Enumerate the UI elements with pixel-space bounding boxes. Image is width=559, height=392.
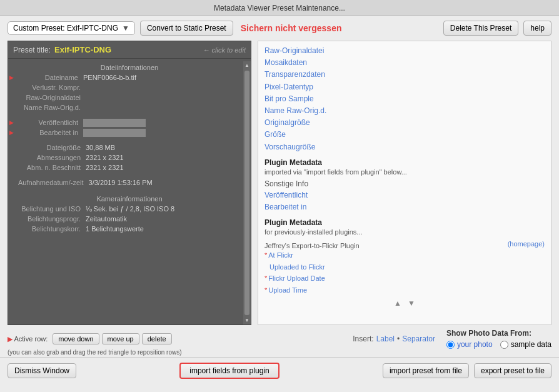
table-row[interactable]: ▶ Veröffentlicht xyxy=(8,118,251,128)
import-preset-file-button[interactable]: import preset from file xyxy=(383,363,469,378)
convert-to-static-button[interactable]: Convert to Static Preset xyxy=(140,21,233,36)
show-photo-section: Show Photo Data From: your photo sample … xyxy=(446,329,551,349)
preset-title-label: Preset title: xyxy=(13,46,51,54)
preset-select-container[interactable]: Custom Preset: Exif-IPTC-DNG ▼ xyxy=(8,21,135,35)
plugin-metadata-2-title: Plugin Metadata xyxy=(264,218,545,227)
dismiss-window-button[interactable]: Dismiss Window xyxy=(8,363,76,378)
table-row[interactable]: Verlustr. Kompr. xyxy=(8,83,251,93)
insert-separator-link[interactable]: Separator xyxy=(402,334,435,343)
insert-label: Insert: xyxy=(353,334,373,343)
field-link-transparenz[interactable]: Transparenzdaten xyxy=(264,69,545,81)
insert-section: Insert: Label • Separator xyxy=(353,334,435,343)
table-row[interactable]: Dateigröße 30,88 MB xyxy=(8,143,251,153)
table-row[interactable]: ▶ Dateiname PENF0066-b-b.tif xyxy=(8,73,251,83)
plugin-metadata-1-title: Plugin Metadata xyxy=(264,158,545,167)
row-arrow-icon: ▶ xyxy=(9,74,16,81)
plugin-metadata-2-sub: for previously-installed plugins... xyxy=(264,228,545,236)
star-icon: * xyxy=(264,249,267,261)
red-triangle-icon: ▶ xyxy=(8,335,13,343)
field-link-mosaikdaten[interactable]: Mosaikdaten xyxy=(264,57,545,69)
plugin-item-upload-date[interactable]: * Flickr Upload Date xyxy=(264,273,545,284)
active-row-bar: ▶ Active row: move down move up delete I… xyxy=(0,325,559,351)
import-fields-plugin-button[interactable]: import fields from plugin xyxy=(179,363,279,379)
right-panel: Raw-Originaldatei Mosaikdaten Transparen… xyxy=(258,41,551,325)
left-panel: Preset title: Exif-IPTC-DNG ← click to e… xyxy=(8,41,251,325)
sonstige-veroffentlicht[interactable]: Veröffentlicht xyxy=(264,189,545,201)
section-kamera: Kamerainformationen xyxy=(8,193,251,204)
scroll-down-right-icon[interactable]: ▼ xyxy=(408,299,415,308)
table-row[interactable]: Aufnahmedatum/-zeit 3/3/2019 1:53:16 PM xyxy=(8,178,251,188)
radio-row: your photo sample data xyxy=(446,340,551,349)
table-row[interactable]: Abm. n. Beschnitt 2321 x 2321 xyxy=(8,163,251,173)
plugin-item-at-flickr[interactable]: * At Flickr xyxy=(264,249,545,261)
active-row-label: ▶ Active row: xyxy=(8,335,48,343)
your-photo-label: your photo xyxy=(457,340,493,349)
delete-row-button[interactable]: delete xyxy=(142,333,172,344)
insert-label-link[interactable]: Label xyxy=(376,334,395,343)
drag-note: (you can also grab and drag the red tria… xyxy=(0,349,559,356)
preset-list: Dateiinformationen ▶ Dateiname PENF0066-… xyxy=(8,59,251,324)
delete-preset-button[interactable]: Delete This Preset xyxy=(443,21,519,36)
homepage-link[interactable]: (homepage) xyxy=(508,240,545,248)
warning-text: Sichern nicht vergessen xyxy=(241,23,342,33)
table-row[interactable]: Raw-Originaldatei xyxy=(8,93,251,103)
field-link-bit[interactable]: Bit pro Sample xyxy=(264,93,545,105)
toolbar: Custom Preset: Exif-IPTC-DNG ▼ Convert t… xyxy=(0,16,559,41)
show-photo-title: Show Photo Data From: xyxy=(446,329,551,338)
field-link-originalgrosse[interactable]: Originalgröße xyxy=(264,117,545,129)
plugin-item-uploaded[interactable]: Uploaded to Flickr xyxy=(264,261,545,273)
panel-scroll-arrows: ▲ ▼ xyxy=(264,299,545,308)
bottom-buttons: Dismiss Window import fields from plugin… xyxy=(0,357,559,385)
move-down-button[interactable]: move down xyxy=(53,333,99,344)
dropdown-arrow-icon: ▼ xyxy=(122,24,129,33)
field-link-raw-original[interactable]: Raw-Originaldatei xyxy=(264,45,545,57)
scroll-up-icon[interactable]: ▲ xyxy=(243,61,251,69)
click-to-edit[interactable]: ← click to edit xyxy=(203,46,246,54)
plugin-name: Jeffrey's Export-to-Flickr Plugin xyxy=(264,242,360,249)
scroll-down-icon[interactable]: ▼ xyxy=(243,316,251,324)
scrollbar[interactable]: ▲ ▼ xyxy=(243,61,251,324)
preset-title-bar: Preset title: Exif-IPTC-DNG ← click to e… xyxy=(8,41,251,59)
table-row[interactable]: Abmessungen 2321 x 2321 xyxy=(8,153,251,163)
export-preset-file-button[interactable]: export preset to file xyxy=(474,363,551,378)
star-icon-3: * xyxy=(264,284,267,296)
top-links-section: Raw-Originaldatei Mosaikdaten Transparen… xyxy=(264,45,545,153)
plugin-item-upload-time[interactable]: * Upload Time xyxy=(264,284,545,296)
sample-data-label: sample data xyxy=(511,340,551,349)
help-button[interactable]: help xyxy=(523,21,551,36)
table-row[interactable]: Name Raw-Orig.d. xyxy=(8,103,251,113)
table-row[interactable]: Belichtungsprogr. Zeitautomatik xyxy=(8,214,251,224)
field-link-pixeldatentyp[interactable]: Pixel-Datentyp xyxy=(264,81,545,93)
sonstige-bearbeitet[interactable]: Bearbeitet in xyxy=(264,201,545,213)
star-icon-2: * xyxy=(264,273,267,284)
scroll-up-right-icon[interactable]: ▲ xyxy=(394,299,401,308)
preset-title-value: Exif-IPTC-DNG xyxy=(54,45,111,54)
sonstige-info-label: Sonstige Info xyxy=(264,179,545,188)
sample-data-radio[interactable]: sample data xyxy=(500,340,551,349)
table-row[interactable]: ▶ Bearbeitet in xyxy=(8,128,251,138)
insert-bullet: • xyxy=(397,334,400,343)
plugin-metadata-1-sub: imported via "import fields from plugin"… xyxy=(264,168,545,176)
row-arrow-icon: ▶ xyxy=(9,119,16,126)
preset-select-value: Custom Preset: Exif-IPTC-DNG xyxy=(13,24,118,33)
row-arrow-icon: ▶ xyxy=(9,129,16,136)
section-dateiinfo: Dateiinformationen xyxy=(8,61,251,73)
field-link-vorschau[interactable]: Vorschaugröße xyxy=(264,141,545,153)
move-up-button[interactable]: move up xyxy=(102,333,139,344)
table-row[interactable]: Belichtung und ISO ¹⁄₀ Sek. bei ƒ / 2,8,… xyxy=(8,204,251,214)
table-row[interactable]: Belichtungskorr. 1 Belichtungswerte xyxy=(8,224,251,234)
window-title: Metadata Viewer Preset Maintenance... xyxy=(0,0,559,16)
your-photo-radio[interactable]: your photo xyxy=(446,340,493,349)
scroll-thumb[interactable] xyxy=(244,71,249,315)
field-link-name-raw[interactable]: Name Raw-Orig.d. xyxy=(264,105,545,117)
title-bar: Metadata Viewer Preset Maintenance... xyxy=(0,0,559,16)
arrow-row: move down move up delete xyxy=(53,333,171,344)
main-content: Preset title: Exif-IPTC-DNG ← click to e… xyxy=(0,41,559,325)
field-link-grosse[interactable]: Größe xyxy=(264,129,545,141)
